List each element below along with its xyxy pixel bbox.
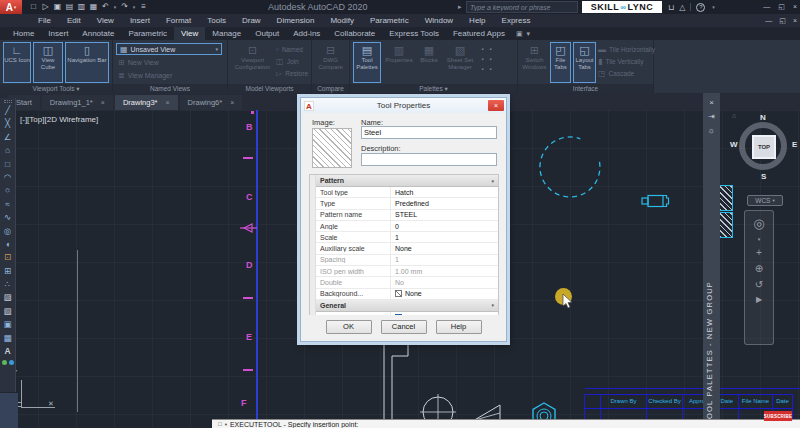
insert-block-tool-icon[interactable]: ⊡ xyxy=(0,251,16,264)
tab-drawing3[interactable]: Drawing3* × xyxy=(115,95,178,110)
table-tool-icon[interactable]: ▦ xyxy=(0,332,16,345)
menu-item-insert[interactable]: Insert xyxy=(122,14,158,27)
save-icon[interactable]: ▣ xyxy=(52,0,63,14)
menu-item-parametric[interactable]: Parametric xyxy=(362,14,417,27)
auto-hide-pin-icon[interactable]: ⇥ xyxy=(703,112,720,121)
property-row[interactable]: Spacing1 xyxy=(310,255,498,266)
tab-featured-apps[interactable]: Featured Apps xyxy=(446,27,512,40)
tab-express-tools[interactable]: Express Tools xyxy=(382,27,446,40)
help-button[interactable]: Help xyxy=(436,320,482,334)
sheet-set-manager-button[interactable]: ▧ Sheet Set Manager xyxy=(443,42,477,83)
palette-extra-icon[interactable]: ▪ xyxy=(487,65,494,74)
chevron-down-icon[interactable]: ▾ xyxy=(225,420,227,428)
restore-icon[interactable]: ◱ xyxy=(778,0,785,14)
app-logo-button[interactable]: A ▾ xyxy=(0,0,22,14)
tab-parametric[interactable]: Parametric xyxy=(121,27,174,40)
minimize-icon[interactable]: — xyxy=(765,14,772,27)
tab-insert[interactable]: Insert xyxy=(41,27,75,40)
undo-dropdown-icon[interactable]: ▾ xyxy=(112,0,118,14)
menu-item-express[interactable]: Express xyxy=(494,14,539,27)
panel-label[interactable]: Palettes ▾ xyxy=(350,84,517,93)
tab-drawing6[interactable]: Drawing6* × xyxy=(180,95,243,110)
search-input[interactable] xyxy=(466,1,578,13)
redo-dropdown-icon[interactable]: ▾ xyxy=(131,0,137,14)
viewport-controls[interactable]: [-][Top][2D Wireframe] xyxy=(20,115,98,124)
property-row[interactable]: ISO pen width1.00 mm xyxy=(310,266,498,277)
zoom-icon[interactable]: ⊕ xyxy=(755,263,763,274)
arc-tool-icon[interactable]: ◠ xyxy=(0,171,16,184)
new-file-icon[interactable]: □ xyxy=(28,0,39,14)
chevron-down-icon[interactable]: ▾ xyxy=(527,27,531,40)
gradient-tool-icon[interactable]: ▧ xyxy=(0,305,16,318)
mtext-tool-icon[interactable]: A xyxy=(0,345,16,358)
file-tabs-button[interactable]: ◰ File Tabs xyxy=(550,42,571,83)
rectangle-tool-icon[interactable]: □ xyxy=(0,158,16,171)
chevron-down-icon[interactable]: ▾ xyxy=(758,236,761,242)
menu-item-view[interactable]: View xyxy=(89,14,122,27)
ellipse-tool-icon[interactable]: ◎ xyxy=(0,225,16,238)
palette-extra-icon[interactable]: ▪ xyxy=(487,45,494,54)
section-general[interactable]: General ▾ xyxy=(310,300,498,312)
make-block-tool-icon[interactable]: ⊞ xyxy=(0,265,16,278)
tab-home[interactable]: Home xyxy=(6,27,41,40)
polygon-tool-icon[interactable]: ⌂ xyxy=(0,144,16,157)
cancel-button[interactable]: Cancel xyxy=(381,320,427,334)
unsaved-view-dropdown[interactable]: ▦ Unsaved View ▾ xyxy=(116,43,222,55)
close-icon[interactable]: × xyxy=(230,99,234,106)
home-icon[interactable]: ⌂ xyxy=(732,112,736,119)
help-icon[interactable]: ? xyxy=(696,3,705,12)
redo-icon[interactable]: ↷ xyxy=(119,0,130,14)
tab-view[interactable]: View xyxy=(174,27,205,40)
close-icon[interactable]: × xyxy=(793,14,797,27)
spline-tool-icon[interactable]: ∿ xyxy=(0,211,16,224)
toolbar-grip[interactable] xyxy=(4,100,12,103)
menu-item-dimension[interactable]: Dimension xyxy=(269,14,323,27)
undo-icon[interactable]: ↶ xyxy=(100,0,111,14)
menu-item-modify[interactable]: Modify xyxy=(322,14,362,27)
menu-item-edit[interactable]: Edit xyxy=(59,14,89,27)
menu-item-draw[interactable]: Draw xyxy=(234,14,269,27)
polyline-tool-icon[interactable]: ∠ xyxy=(0,131,16,144)
orbit-icon[interactable]: ↺ xyxy=(755,279,763,290)
tile-horizontally-button[interactable]: ▬ Tile Horizontally xyxy=(598,44,650,55)
view-manager-button[interactable]: ≣ View Manager xyxy=(116,69,222,81)
tool-color-dots[interactable] xyxy=(2,360,14,365)
view-cube[interactable]: ⌂ N W E S TOP WCS ▾ xyxy=(730,112,800,208)
print-icon[interactable]: ▦ xyxy=(88,0,99,14)
dialog-title-bar[interactable]: A Tool Properties xyxy=(301,98,506,113)
property-row[interactable]: DoubleNo xyxy=(310,277,498,288)
open-file-icon[interactable]: ▷ xyxy=(40,0,51,14)
name-input[interactable] xyxy=(361,126,497,139)
plot-icon[interactable]: ▥ xyxy=(76,0,87,14)
tab-annotate[interactable]: Annotate xyxy=(75,27,121,40)
restore-viewports-button[interactable]: ▻ Restore xyxy=(276,68,308,79)
revision-cloud-tool-icon[interactable]: ≈ xyxy=(0,198,16,211)
dialog-close-button[interactable]: × xyxy=(488,100,504,111)
layout-tabs-button[interactable]: ◱ Layout Tabs xyxy=(573,42,596,83)
property-row[interactable]: TypePredefined xyxy=(310,198,498,209)
property-row[interactable]: Background... None xyxy=(310,289,498,300)
cart-icon[interactable]: ⊔ xyxy=(668,3,674,12)
palette-extra-icon[interactable]: ▪ xyxy=(487,55,494,64)
restore-icon[interactable]: ◱ xyxy=(779,14,786,27)
subscribe-badge[interactable]: SUBSCRIBE xyxy=(764,411,792,421)
tab-drawing1-1[interactable]: Drawing1_1* × xyxy=(42,95,113,110)
tool-palettes-button[interactable]: ▤ Tool Palettes xyxy=(353,42,381,83)
tool-palette-strip[interactable]: × ⇥ ☼ TOOL PALETTES - NEW GROUP xyxy=(703,93,720,428)
compass-north[interactable]: N xyxy=(760,113,766,122)
tile-vertically-button[interactable]: ▮ Tile Vertically xyxy=(598,56,650,67)
viewport-configuration-button[interactable]: ⊡ Viewport Configuration xyxy=(231,42,274,83)
palette-extra-icon[interactable]: ▪ xyxy=(479,45,486,54)
showmotion-icon[interactable]: ▶ xyxy=(756,295,762,304)
dwg-compare-button[interactable]: ⊟ DWG Compare xyxy=(315,42,346,83)
hatch-tool-icon[interactable]: ▨ xyxy=(0,291,16,304)
blocks-button[interactable]: ▦ Blocks xyxy=(417,42,441,83)
line-tool-icon[interactable]: ╱ xyxy=(0,104,16,117)
command-options-icon[interactable]: □ xyxy=(218,420,222,428)
command-line[interactable]: □ ▾ EXECUTETOOL - Specify insertion poin… xyxy=(212,419,800,428)
tab-output[interactable]: Output xyxy=(248,27,286,40)
menu-item-window[interactable]: Window xyxy=(417,14,461,27)
compass-south[interactable]: S xyxy=(761,172,766,181)
navigation-bar-button[interactable]: ▯ Navigation Bar xyxy=(65,42,109,83)
palette-settings-icon[interactable]: ☼ xyxy=(703,126,720,135)
